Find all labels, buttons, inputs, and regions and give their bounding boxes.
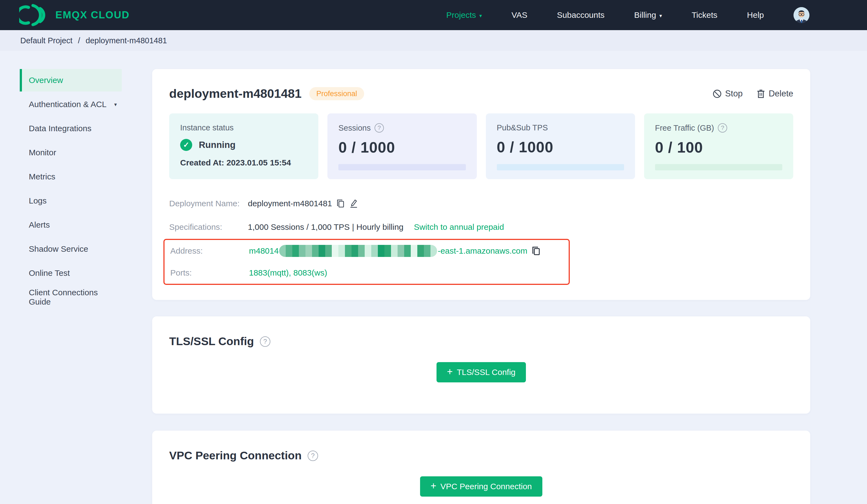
help-icon[interactable]: ? (375, 123, 384, 133)
traffic-value: 0 / 100 (655, 139, 782, 156)
edit-icon[interactable] (349, 199, 358, 208)
nav-projects[interactable]: Projects▾ (446, 10, 482, 20)
tps-value: 0 / 1000 (497, 138, 624, 156)
sidebar-item-overview[interactable]: Overview (20, 69, 122, 91)
delete-button[interactable]: Delete (757, 89, 793, 99)
copy-icon[interactable] (532, 246, 540, 256)
nav-menu: Projects▾ VAS Subaccounts Billing▾ Ticke… (446, 7, 810, 23)
pubsub-tps-card: Pub&Sub TPS 0 / 1000 (486, 113, 635, 179)
vpc-peering-card: VPC Peering Connection ? + VPC Peering C… (152, 430, 810, 504)
address-label: Address: (170, 246, 249, 255)
main-content: deployment-m4801481 Professional Stop (130, 51, 867, 504)
chevron-down-icon: ▾ (114, 101, 117, 108)
nav-vas[interactable]: VAS (512, 10, 527, 20)
breadcrumb: Default Project / deployment-m4801481 (0, 30, 867, 51)
sidebar-item-metrics[interactable]: Metrics (20, 165, 122, 188)
add-vpc-peering-button[interactable]: + VPC Peering Connection (420, 476, 542, 496)
highlight-box: Address: m48014 -east-1.amazonaws.com (163, 239, 570, 285)
brand-name: EMQX CLOUD (55, 9, 130, 21)
sessions-progressbar (338, 164, 465, 171)
ports-row: Ports: 1883(mqtt), 8083(ws) (170, 262, 569, 284)
top-navbar: EMQX CLOUD Projects▾ VAS Subaccounts Bil… (0, 0, 867, 30)
sidebar-item-authentication-acl[interactable]: Authentication & ACL ▾ (20, 93, 122, 116)
sidebar-item-online-test[interactable]: Online Test (20, 262, 122, 284)
sidebar-item-data-integrations[interactable]: Data Integrations (20, 117, 122, 140)
help-icon[interactable]: ? (260, 336, 270, 347)
brand[interactable]: EMQX CLOUD (19, 3, 130, 26)
deployment-name-label: Deployment Name: (169, 199, 248, 208)
traffic-progressbar (655, 164, 782, 171)
address-suffix: -east-1.amazonaws.com (438, 246, 527, 255)
stop-button[interactable]: Stop (713, 89, 743, 99)
deployment-name-row: Deployment Name: deployment-m4801481 (169, 192, 793, 215)
specifications-label: Specifications: (169, 222, 248, 232)
sidebar: Overview Authentication & ACL ▾ Data Int… (0, 51, 130, 504)
stop-icon (713, 89, 722, 98)
user-avatar[interactable] (793, 7, 810, 23)
sessions-card: Sessions ? 0 / 1000 (328, 113, 477, 179)
chevron-down-icon: ▾ (479, 13, 482, 18)
sidebar-item-monitor[interactable]: Monitor (20, 141, 122, 164)
ports-value: 1883(mqtt), 8083(ws) (249, 268, 327, 277)
check-circle-icon: ✓ (180, 139, 192, 151)
plus-icon: + (430, 480, 436, 492)
nav-subaccounts[interactable]: Subaccounts (557, 10, 604, 20)
specifications-value: 1,000 Sessions / 1,000 TPS | Hourly bill… (248, 222, 404, 232)
help-icon[interactable]: ? (308, 451, 318, 461)
address-prefix: m48014 (249, 246, 279, 255)
nav-billing[interactable]: Billing▾ (634, 10, 662, 20)
vpc-peering-title: VPC Peering Connection (169, 449, 302, 462)
breadcrumb-separator: / (78, 36, 80, 45)
emqx-logo-icon (19, 3, 48, 26)
breadcrumb-current: deployment-m4801481 (86, 36, 167, 45)
copy-icon[interactable] (336, 199, 345, 208)
address-row: Address: m48014 -east-1.amazonaws.com (170, 240, 569, 262)
sessions-value: 0 / 1000 (338, 139, 465, 156)
nav-tickets[interactable]: Tickets (692, 10, 717, 20)
ports-label: Ports: (170, 268, 249, 277)
instance-status-label: Instance status (180, 123, 234, 132)
chevron-down-icon: ▾ (660, 13, 662, 18)
plus-icon: + (447, 366, 453, 377)
tls-ssl-title: TLS/SSL Config (169, 335, 254, 348)
sidebar-item-client-connections-guide[interactable]: Client Connections Guide (20, 286, 122, 308)
sidebar-item-shadow-service[interactable]: Shadow Service (20, 238, 122, 260)
specifications-row: Specifications: 1,000 Sessions / 1,000 T… (169, 215, 793, 239)
breadcrumb-project[interactable]: Default Project (20, 36, 72, 45)
tps-progressbar (497, 164, 624, 171)
trash-icon (757, 89, 765, 98)
nav-help[interactable]: Help (747, 10, 764, 20)
deployment-name-value: deployment-m4801481 (248, 199, 332, 208)
deployment-title: deployment-m4801481 (169, 87, 302, 101)
created-at: Created At: 2023.01.05 15:54 (180, 158, 307, 167)
help-icon[interactable]: ? (718, 123, 727, 133)
tls-ssl-card: TLS/SSL Config ? + TLS/SSL Config (152, 316, 810, 414)
deployment-overview-card: deployment-m4801481 Professional Stop (152, 69, 810, 300)
switch-annual-prepaid-link[interactable]: Switch to annual prepaid (414, 222, 504, 232)
sidebar-item-logs[interactable]: Logs (20, 189, 122, 212)
add-tls-ssl-config-button[interactable]: + TLS/SSL Config (437, 362, 526, 382)
instance-status-value: Running (199, 140, 236, 150)
free-traffic-card: Free Traffic (GB) ? 0 / 100 (644, 113, 793, 179)
sidebar-item-alerts[interactable]: Alerts (20, 213, 122, 236)
address-redaction (279, 245, 437, 257)
instance-status-card: Instance status ✓ Running Created At: 20… (169, 113, 318, 179)
plan-badge: Professional (309, 87, 364, 100)
